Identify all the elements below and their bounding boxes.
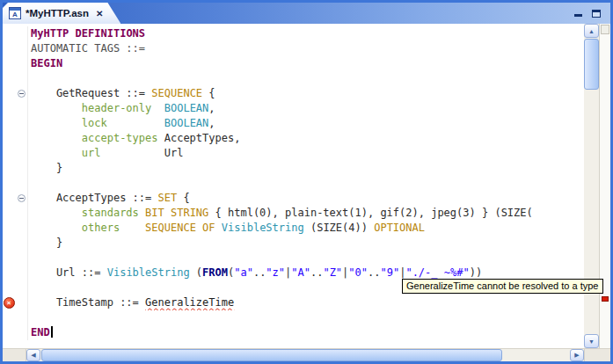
scrollbar-corner-left <box>3 349 26 361</box>
code-line[interactable]: url Url <box>3 146 584 161</box>
code-line-text: others SEQUENCE OF VisibleString (SIZE(4… <box>28 221 584 236</box>
maximize-button[interactable] <box>590 7 602 19</box>
code-line[interactable]: AcceptTypes ::= SET { <box>3 191 584 206</box>
code-line[interactable]: standards BIT STRING { html(0), plain-te… <box>3 206 584 221</box>
marker-gutter <box>3 206 15 221</box>
marker-gutter <box>3 176 15 191</box>
code-line[interactable]: } <box>3 161 584 176</box>
code-line[interactable]: lock BOOLEAN, <box>3 116 584 131</box>
editor-tab-bar[interactable]: A *MyHTTP.asn ✕ <box>3 3 610 24</box>
fold-gutter <box>15 251 28 266</box>
fold-gutter <box>15 191 28 206</box>
vertical-scrollbar-thumb[interactable] <box>584 39 599 90</box>
code-line-text: url Url <box>28 146 584 161</box>
scroll-right-icon: ▶ <box>574 352 579 359</box>
marker-gutter <box>3 131 15 146</box>
scroll-up-icon: ▲ <box>588 28 595 34</box>
marker-gutter <box>3 26 15 41</box>
minimize-button[interactable] <box>572 7 584 19</box>
code-line[interactable]: header-only BOOLEAN, <box>3 101 584 116</box>
fold-gutter <box>15 26 28 41</box>
fold-gutter <box>15 266 28 280</box>
fold-gutter <box>15 176 28 191</box>
horizontal-scrollbar-track[interactable] <box>40 349 570 361</box>
overview-ruler-header <box>601 25 609 34</box>
error-marker-icon[interactable]: × <box>4 297 15 309</box>
code-line[interactable]: × TimeStamp ::= GeneralizeTime <box>3 295 584 310</box>
marker-gutter <box>3 266 15 280</box>
fold-gutter <box>15 86 28 101</box>
fold-gutter <box>15 325 28 340</box>
code-area[interactable]: MyHTTP DEFINITIONSAUTOMATIC TAGS ::=BEGI… <box>3 24 584 348</box>
editor-window: A *MyHTTP.asn ✕ MyHTTP DEFINITIONSAUTOMA… <box>0 0 613 364</box>
code-line-text: lock BOOLEAN, <box>28 116 584 131</box>
horizontal-scrollbar[interactable]: ◀ ▶ <box>3 348 610 361</box>
marker-gutter <box>3 191 15 206</box>
marker-gutter <box>3 71 15 86</box>
scroll-left-button[interactable]: ◀ <box>26 349 40 361</box>
marker-gutter <box>3 41 15 56</box>
code-line[interactable] <box>3 71 584 86</box>
fold-gutter <box>15 236 28 251</box>
fold-gutter <box>15 280 28 295</box>
code-line-text: AcceptTypes ::= SET { <box>28 191 584 206</box>
code-line[interactable] <box>3 176 584 191</box>
fold-gutter <box>15 56 28 71</box>
marker-gutter: × <box>3 295 15 310</box>
code-line[interactable]: MyHTTP DEFINITIONS <box>3 26 584 41</box>
fold-gutter <box>15 71 28 86</box>
editor-main: MyHTTP DEFINITIONSAUTOMATIC TAGS ::=BEGI… <box>3 24 610 348</box>
code-line-text: } <box>28 161 584 176</box>
view-controls <box>572 3 610 24</box>
asn-file-icon: A <box>9 7 21 19</box>
horizontal-scrollbar-thumb[interactable] <box>41 349 502 361</box>
scrollbar-corner-right <box>584 349 610 361</box>
fold-gutter <box>15 146 28 161</box>
marker-gutter <box>3 280 15 295</box>
marker-gutter <box>3 221 15 236</box>
marker-gutter <box>3 325 15 340</box>
scroll-right-button[interactable]: ▶ <box>570 349 584 361</box>
marker-gutter <box>3 56 15 71</box>
marker-gutter <box>3 116 15 131</box>
fold-gutter <box>15 131 28 146</box>
marker-gutter <box>3 146 15 161</box>
code-line[interactable]: others SEQUENCE OF VisibleString (SIZE(4… <box>3 221 584 236</box>
marker-gutter <box>3 251 15 266</box>
scroll-down-icon: ▼ <box>588 339 595 345</box>
code-line[interactable]: BEGIN <box>3 56 584 71</box>
code-line-text: GetRequest ::= SEQUENCE { <box>28 86 584 101</box>
code-line[interactable]: GetRequest ::= SEQUENCE { <box>3 86 584 101</box>
tab-close-icon[interactable]: ✕ <box>96 9 103 18</box>
fold-gutter <box>15 221 28 236</box>
code-line[interactable]: accept-types AcceptTypes, <box>3 131 584 146</box>
code-line-text: END <box>28 325 584 340</box>
code-line[interactable] <box>3 310 584 325</box>
code-line[interactable]: AUTOMATIC TAGS ::= <box>3 41 584 56</box>
marker-gutter <box>3 101 15 116</box>
fold-gutter <box>15 161 28 176</box>
fold-gutter <box>15 101 28 116</box>
vertical-scrollbar[interactable]: ▲ ▼ <box>584 24 599 348</box>
code-line[interactable]: END <box>3 325 584 340</box>
code-line-text: AUTOMATIC TAGS ::= <box>28 41 584 56</box>
tab-title: *MyHTTP.asn <box>26 8 89 18</box>
scroll-up-button[interactable]: ▲ <box>584 24 599 38</box>
marker-gutter <box>3 236 15 251</box>
fold-collapse-icon[interactable] <box>18 90 26 98</box>
code-line[interactable] <box>3 251 584 266</box>
fold-gutter <box>15 310 28 325</box>
code-line-text: BEGIN <box>28 56 584 71</box>
fold-gutter <box>15 206 28 221</box>
fold-gutter <box>15 41 28 56</box>
marker-gutter <box>3 161 15 176</box>
code-line-text: standards BIT STRING { html(0), plain-te… <box>28 206 584 221</box>
overview-ruler[interactable] <box>599 24 610 348</box>
tab-myhttp[interactable]: A *MyHTTP.asn ✕ <box>3 3 120 24</box>
overview-error-marker[interactable] <box>602 296 609 302</box>
code-line-text: MyHTTP DEFINITIONS <box>28 26 584 41</box>
code-line[interactable]: } <box>3 236 584 251</box>
scroll-down-button[interactable]: ▼ <box>584 334 599 348</box>
fold-collapse-icon[interactable] <box>18 194 26 202</box>
error-tooltip: GeneralizeTime cannot be resolved to a t… <box>402 279 603 294</box>
